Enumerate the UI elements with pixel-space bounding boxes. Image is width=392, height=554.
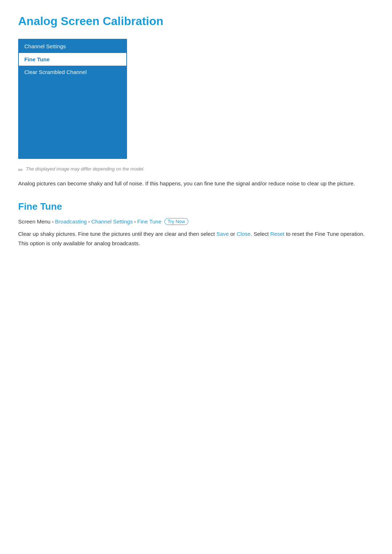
menu-item-clear-scrambled[interactable]: Clear Scrambled Channel [19,66,126,78]
breadcrumb-fine-tune[interactable]: Fine Tune [137,218,162,225]
save-link[interactable]: Save [216,231,229,237]
page-title: Analog Screen Calibration [18,15,374,28]
note-text: The displayed image may differ depending… [26,166,144,172]
close-link[interactable]: Close [237,231,250,237]
breadcrumb-sep-1: › [52,219,53,224]
breadcrumb-broadcasting[interactable]: Broadcasting [55,218,87,225]
menu-body [19,78,126,158]
fine-tune-body: Clear up shaky pictures. Fine tune the p… [18,229,374,248]
breadcrumb-channel-settings[interactable]: Channel Settings [91,218,132,225]
breadcrumb-sep-3: › [134,219,136,224]
try-now-badge[interactable]: Try Now [164,218,188,225]
breadcrumb-sep-2: › [88,219,90,224]
tv-menu: Channel Settings Fine Tune Clear Scrambl… [18,39,127,159]
reset-link[interactable]: Reset [270,231,285,237]
description-text: Analog pictures can become shaky and ful… [18,179,374,188]
breadcrumb: Screen Menu › Broadcasting › Channel Set… [18,218,374,225]
fine-tune-title: Fine Tune [18,201,374,212]
breadcrumb-screen-menu: Screen Menu [18,218,50,225]
note-container: ✏ The displayed image may differ dependi… [18,166,374,173]
menu-header: Channel Settings [19,40,126,53]
pencil-icon: ✏ [18,167,23,173]
menu-item-fine-tune[interactable]: Fine Tune [19,53,126,66]
